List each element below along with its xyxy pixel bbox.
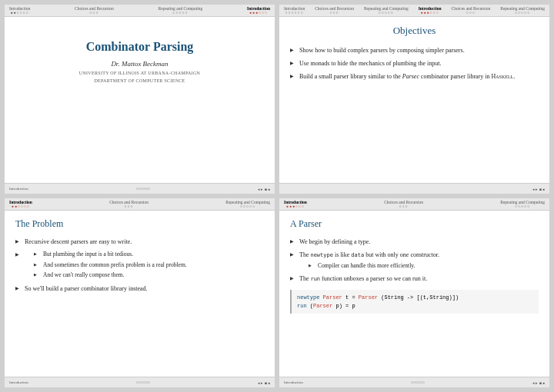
bottom-label-3: Introduction [9, 380, 28, 384]
slide-bottombar-4: Introduction ○○○○○○ ◂ ▸ ■ ● [279, 377, 549, 387]
topbar-dots: ●●○○○○ [11, 11, 29, 15]
topbar-dots: ○○○ [89, 11, 98, 15]
slide-problem: Introduction ●●○○○○ Choices and Recursio… [5, 198, 275, 387]
topbar-item-intro2-active: Introduction ●●●○○○ [419, 6, 442, 15]
topbar-item-intro: Introduction ○○○○○○ [284, 6, 305, 15]
objectives-list: Show how to build complex parsers by com… [290, 46, 539, 81]
nav-controls[interactable]: ◂ ▸ ■ ● [258, 187, 270, 191]
problem-item-1: Recursive descent parsers are easy to wr… [15, 238, 264, 246]
objective-item-2: Use monads to hide the mechanics of plum… [290, 59, 539, 68]
problem-subitem-1: But plumbing the input is a bit tedious. [34, 251, 264, 259]
nav-controls-4[interactable]: ◂ ▸ ■ ● [532, 380, 545, 385]
slide-main-title: Combinator Parsing [15, 40, 264, 54]
objective-item-3: Build a small parser library similar to … [290, 72, 539, 81]
topbar-item-choices: Choices and Recursion ○○○ [109, 200, 149, 208]
topbar-dots: ○○○ [399, 204, 409, 208]
topbar-item-repeating: Repeating and Computing ○○○○○ [225, 200, 270, 208]
objectives-heading: Objectives [290, 25, 539, 37]
problem-item-3: So we'll build a parser combinator libra… [15, 284, 264, 293]
slide-bottombar-2: ◂ ▸ ■ ● [279, 183, 549, 194]
slide-title: Introduction ●●○○○○ Choices and Recursio… [5, 5, 275, 194]
slide-objectives: Introduction ○○○○○○ Choices and Recursio… [279, 5, 549, 194]
topbar-dots: ●●●○○○ [421, 11, 439, 15]
code-line-1: newtype Parser t = Parser (String -> [(t… [297, 294, 533, 302]
topbar-item-repeating2: Repeating and Computing ○○○○○ [500, 6, 545, 15]
topbar-item-repeating: Repeating and Computing ○○○○○ [159, 6, 203, 15]
topbar-item-choices: Choices and Recursion ○○○ [75, 6, 114, 15]
topbar-dots: ●●○○○○ [12, 204, 30, 208]
slide-department: Department of Computer Science [15, 78, 264, 83]
slide-parser: Introduction ●●●○○○ Choices and Recursio… [279, 198, 549, 387]
parser-code: newtype Parser t = Parser (String -> [(t… [290, 290, 539, 314]
slide-content-3: The Problem Recursive descent parsers ar… [5, 211, 275, 377]
topbar-dots: ○○○○○ [515, 11, 530, 15]
problem-subitem-2: And sometimes the common prefix problem … [34, 261, 264, 270]
topbar-item-repeating: Repeating and Computing ○○○○○ [364, 6, 409, 15]
topbar-dots: ○○○○○ [172, 11, 188, 15]
bottombar-dots-3: ○○○○○○ [136, 380, 150, 384]
slide-content-1: Combinator Parsing Dr. Mattox Beckman Un… [5, 17, 275, 183]
topbar-item-intro: Introduction ●●○○○○ [9, 6, 30, 15]
problem-sublist: But plumbing the input is a bit tedious.… [25, 251, 264, 280]
slide-bottombar-3: Introduction ○○○○○○ ◂ ▸ ■ ● [5, 377, 275, 387]
parser-item-2: The newtype is like data but with only o… [290, 251, 539, 270]
topbar-item-choices: Choices and Recursion ○○○ [315, 6, 354, 15]
bottombar-dots-4: ○○○○○○ [411, 380, 425, 384]
parser-heading: A Parser [290, 218, 539, 230]
topbar-dots: ○○○○○ [240, 204, 255, 208]
topbar-dots: ○○○ [466, 11, 476, 15]
topbar-dots: ●●●○○○ [249, 11, 268, 15]
topbar-item-choices2: Choices and Recursion ○○○ [452, 6, 491, 15]
bottom-label-4: Introduction [284, 380, 303, 384]
slide-topbar-3: Introduction ●●○○○○ Choices and Recursio… [5, 198, 275, 211]
bottombar-dots: ○○○○○○ [136, 187, 150, 191]
bottombar-nav-2[interactable]: ◂ ▸ ■ ● [532, 187, 545, 191]
slide-topbar-1: Introduction ●●○○○○ Choices and Recursio… [5, 5, 275, 17]
slide-content-2: Objectives Show how to build complex par… [279, 17, 549, 183]
bottombar-left-3: Introduction [9, 380, 28, 384]
slide-topbar-4: Introduction ●●●○○○ Choices and Recursio… [279, 198, 549, 211]
topbar-dots: ○○○○○ [515, 204, 530, 208]
slide-author: Dr. Mattox Beckman [15, 60, 264, 68]
bottombar-nav[interactable]: ◂ ▸ ■ ● [258, 187, 270, 191]
topbar-dots: ○○○ [125, 204, 134, 208]
topbar-dots: ○○○○○ [379, 11, 394, 15]
slide-topbar-2: Introduction ○○○○○○ Choices and Recursio… [279, 5, 549, 17]
slide-bottombar-1: Introduction ○○○○○○ ◂ ▸ ■ ● [5, 183, 275, 194]
topbar-dots: ○○○ [330, 11, 339, 15]
parser-sublist: Compiler can handle this more efficientl… [299, 262, 539, 271]
parser-item-1: We begin by defining a type. [290, 238, 539, 246]
problem-heading: The Problem [15, 218, 264, 230]
problem-subitem-3: And we can't really compose them. [34, 271, 264, 280]
nav-controls-3[interactable]: ◂ ▸ ■ ● [258, 380, 270, 385]
bottombar-left-4: Introduction [284, 380, 303, 384]
topbar-item-intro-active-4: Introduction ●●●○○○ [284, 200, 307, 208]
topbar-dots: ○○○○○○ [285, 11, 304, 15]
parser-item-3: The run function unboxes a parser so we … [290, 274, 539, 284]
topbar-dots: ●●●○○○ [286, 204, 305, 208]
topbar-item-intro2: Introduction ●●●○○○ [247, 6, 270, 15]
topbar-item-repeating-4: Repeating and Computing ○○○○○ [500, 200, 545, 208]
parser-list: We begin by defining a type. The newtype… [290, 238, 539, 284]
slide-content-4: A Parser We begin by defining a type. Th… [279, 211, 549, 377]
parser-subitem-1: Compiler can handle this more efficientl… [309, 262, 539, 271]
bottombar-nav-3[interactable]: ◂ ▸ ■ ● [258, 380, 270, 385]
problem-list: Recursive descent parsers are easy to wr… [15, 238, 264, 293]
code-line-2: run (Parser p) = p [297, 302, 533, 311]
bottombar-nav-4[interactable]: ◂ ▸ ■ ● [532, 380, 545, 385]
nav-controls-2[interactable]: ◂ ▸ ■ ● [532, 187, 545, 191]
topbar-item-intro-active: Introduction ●●○○○○ [9, 200, 32, 208]
topbar-item-choices-4: Choices and Recursion ○○○ [384, 200, 423, 208]
problem-item-2: But plumbing the input is a bit tedious.… [15, 251, 264, 280]
bottom-label: Introduction [9, 187, 28, 191]
bottombar-left: Introduction [9, 187, 28, 191]
objective-item-1: Show how to build complex parsers by com… [290, 46, 539, 55]
slide-university: University of Illinois at Urbana-Champai… [15, 71, 264, 75]
